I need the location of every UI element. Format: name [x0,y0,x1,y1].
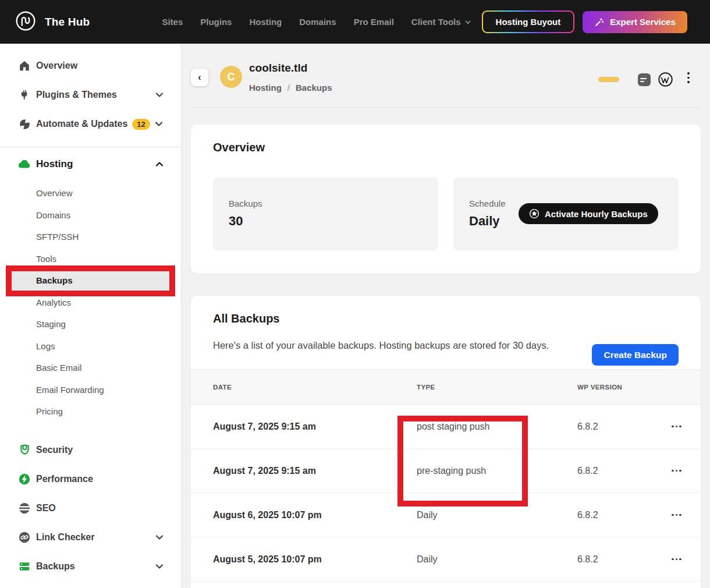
magic-wand-icon [594,17,605,27]
sidebar-subitem-basic-email[interactable]: Basic Email [0,357,181,379]
column-header-date: DATE [213,384,417,391]
notes-icon[interactable] [638,73,651,86]
star-circle-icon [529,208,539,219]
all-backups-title: All Backups [213,312,679,325]
header-divider [191,107,701,108]
subitem-label: Staging [36,319,66,329]
sidebar-item-hosting[interactable]: Hosting [0,150,181,179]
backup-date: August 6, 2025 10:07 pm [213,510,417,520]
back-button[interactable]: ‹ [191,69,208,86]
sidebar-item-label: Hosting [36,158,73,170]
backup-date: August 7, 2025 9:15 am [213,421,417,432]
column-header-type: TYPE [417,384,577,391]
breadcrumb: Hosting / Backups [249,83,332,93]
subitem-label: Overview [36,188,73,198]
chevron-up-icon [154,159,165,169]
expert-services-label: Expert Services [610,17,676,27]
expert-services-button[interactable]: Expert Services [583,11,687,33]
create-backup-button[interactable]: Create Backup [592,344,679,366]
backups-stat-box: Backups 30 [213,178,438,250]
sidebar-item-label: Plugins & Themes [36,90,117,100]
sidebar-item-overview[interactable]: Overview [0,51,181,80]
backup-date: August 7, 2025 9:15 am [213,466,417,476]
hosting-buyout-label: Hosting Buyout [483,12,574,32]
row-options-kebab-icon[interactable] [670,555,683,564]
subitem-label: Domains [36,210,70,220]
backup-type: Daily [417,510,577,520]
subitem-label: Backups [36,275,73,285]
subitem-label: Tools [36,254,56,264]
sidebar-item-label: Security [36,445,73,455]
nav-sites[interactable]: Sites [162,17,183,27]
subitem-label: Logs [36,341,55,351]
sidebar-item-plugins-themes[interactable]: Plugins & Themes [0,80,181,109]
hosting-buyout-button[interactable]: Hosting Buyout [482,10,575,33]
sidebar-subitem-backups-selected[interactable]: Backups [0,270,181,292]
sidebar-subitem-domains[interactable]: Domains [0,204,181,226]
nav-pro-email[interactable]: Pro Email [354,17,394,27]
site-avatar: C [220,66,242,88]
activate-hourly-backups-button[interactable]: Activate Hourly Backups [519,203,658,224]
selected-subitem-background: Backups [12,271,169,290]
row-options-kebab-icon[interactable] [670,422,683,431]
sidebar-item-seo[interactable]: SEO [0,494,181,523]
row-options-kebab-icon[interactable] [670,511,683,520]
backups-stat-value: 30 [229,214,438,229]
sidebar: Overview Plugins & Themes Automate & Upd… [0,44,182,588]
subitem-label: Email Forwarding [36,385,104,395]
breadcrumb-hosting[interactable]: Hosting [249,83,282,93]
sidebar-subitem-pricing[interactable]: Pricing [0,401,181,423]
overview-card: Overview Backups 30 Schedule Daily Activ… [191,125,701,274]
row-options-kebab-icon[interactable] [670,466,683,476]
shield-icon [17,443,31,457]
sidebar-item-label: Overview [36,61,77,71]
sidebar-subitem-logs[interactable]: Logs [0,335,181,357]
sidebar-subitem-tools[interactable]: Tools [0,248,181,270]
link-icon [17,530,31,544]
activate-button-label: Activate Hourly Backups [545,209,648,219]
nav-hosting[interactable]: Hosting [249,17,282,27]
more-options-kebab-icon[interactable] [686,72,691,83]
usage-indicator-pill[interactable] [598,77,619,82]
sidebar-item-label: Backups [36,561,75,572]
sidebar-item-performance[interactable]: Performance [0,465,181,494]
cloud-icon [17,157,31,171]
backups-icon [17,559,31,573]
hub-logo-icon [15,10,36,34]
backup-wp-version: 6.8.2 [577,510,670,520]
subitem-label: Basic Email [36,363,81,373]
seo-icon [17,501,31,515]
chevron-down-icon [154,532,165,543]
sidebar-item-backups-plugin[interactable]: Backups [0,552,181,581]
home-icon [17,59,31,73]
subitem-label: Analytics [36,297,71,307]
wordpress-icon[interactable] [658,72,673,87]
brand[interactable]: The Hub [15,10,90,34]
column-header-wp-version: WP VERSION [577,384,670,391]
backup-wp-version: 6.8.2 [577,421,670,432]
backup-wp-version: 6.8.2 [577,466,670,476]
subitem-label: Pricing [36,406,63,416]
sidebar-subitem-overview[interactable]: Overview [0,182,181,204]
sidebar-item-label: Automate & Updates [36,119,127,129]
table-row: August 5, 2025 10:07 pm Daily 6.8.2 [191,537,701,582]
brand-title: The Hub [45,16,90,29]
sidebar-subitem-staging[interactable]: Staging [0,313,181,335]
chevron-down-icon [154,90,165,100]
backup-wp-version: 6.8.2 [577,554,670,565]
sidebar-item-label: Performance [36,474,93,484]
nav-plugins[interactable]: Plugins [200,17,232,27]
bolt-icon [17,472,31,486]
sidebar-item-automate-updates[interactable]: Automate & Updates 12 [0,109,181,139]
sidebar-subitem-analytics[interactable]: Analytics [0,292,181,314]
overview-card-title: Overview [213,141,679,154]
sidebar-item-security[interactable]: Security [0,435,181,465]
nav-client-tools[interactable]: Client Tools [411,17,471,27]
sidebar-item-link-checker[interactable]: Link Checker [0,523,181,552]
all-backups-description: Here's a list of your available backups.… [213,336,556,355]
nav-domains[interactable]: Domains [299,17,336,27]
sidebar-subitem-sftp-ssh[interactable]: SFTP/SSH [0,226,181,248]
backups-table-header: DATE TYPE WP VERSION [191,370,701,405]
sidebar-subitem-email-forwarding[interactable]: Email Forwarding [0,379,181,401]
table-row: August 7, 2025 9:15 am post staging push… [191,405,701,449]
